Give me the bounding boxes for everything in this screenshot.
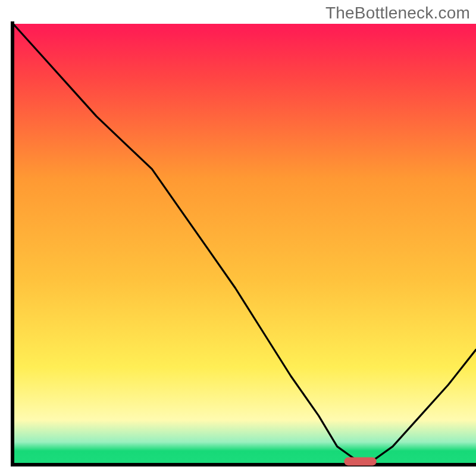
chart-container: TheBottleneck.com — [0, 0, 476, 476]
x-axis — [11, 463, 476, 466]
y-axis — [11, 21, 14, 466]
optimum-marker — [344, 458, 377, 466]
watermark-text: TheBottleneck.com — [325, 4, 470, 23]
gradient-background — [13, 24, 476, 464]
bottleneck-chart — [0, 0, 476, 476]
